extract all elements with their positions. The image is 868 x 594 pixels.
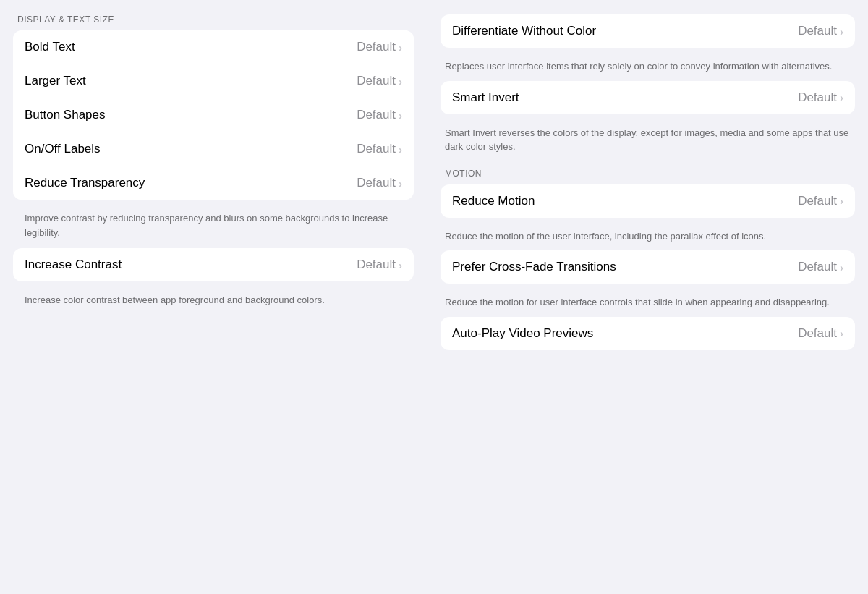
chevron-icon: › (399, 143, 402, 156)
reduce-motion-label: Reduce Motion (452, 194, 535, 208)
reduce-motion-group: Reduce Motion Default › (441, 184, 855, 218)
section-label-motion: MOTION (441, 169, 855, 179)
chevron-icon: › (399, 177, 402, 190)
button-shapes-value: Default (357, 108, 396, 122)
prefer-cross-fade-value: Default (798, 260, 837, 274)
left-panel: DISPLAY & TEXT SIZE Bold Text Default › … (0, 0, 427, 594)
reduce-motion-description: Reduce the motion of the user interface,… (441, 224, 855, 247)
button-shapes-label: Button Shapes (25, 108, 106, 122)
larger-text-value: Default (357, 74, 396, 88)
right-panel: Differentiate Without Color Default › Re… (427, 0, 868, 594)
reduce-transparency-label: Reduce Transparency (25, 176, 145, 190)
smart-invert-item[interactable]: Smart Invert Default › (441, 81, 855, 114)
section-label-display: DISPLAY & TEXT SIZE (13, 14, 414, 25)
prefer-cross-fade-item[interactable]: Prefer Cross-Fade Transitions Default › (441, 250, 855, 284)
prefer-cross-fade-description: Reduce the motion for user interface con… (441, 289, 855, 313)
increase-contrast-description: Increase color contrast between app fore… (13, 287, 414, 316)
smart-invert-label: Smart Invert (452, 90, 519, 105)
chevron-icon: › (399, 75, 402, 88)
chevron-icon: › (840, 195, 843, 207)
reduce-transparency-description: Improve contrast by reducing transparenc… (13, 205, 414, 248)
increase-contrast-group: Increase Contrast Default › (13, 248, 414, 281)
auto-play-value: Default (798, 326, 837, 341)
chevron-icon: › (840, 91, 843, 103)
differentiate-without-color-item[interactable]: Differentiate Without Color Default › (441, 14, 855, 48)
larger-text-item[interactable]: Larger Text Default › (13, 64, 414, 98)
reduce-transparency-item[interactable]: Reduce Transparency Default › (13, 166, 414, 200)
chevron-icon: › (399, 259, 402, 271)
bold-text-value: Default (357, 40, 396, 54)
display-text-size-group: Bold Text Default › Larger Text Default … (13, 30, 414, 200)
larger-text-label: Larger Text (25, 74, 86, 88)
button-shapes-item[interactable]: Button Shapes Default › (13, 98, 414, 132)
smart-invert-group: Smart Invert Default › (441, 81, 855, 114)
increase-contrast-label: Increase Contrast (25, 258, 122, 272)
prefer-cross-fade-group: Prefer Cross-Fade Transitions Default › (441, 250, 855, 284)
smart-invert-value: Default (798, 90, 837, 105)
increase-contrast-value: Default (357, 258, 396, 272)
differentiate-without-color-group: Differentiate Without Color Default › (441, 14, 855, 48)
on-off-labels-value: Default (357, 142, 396, 156)
chevron-icon: › (840, 25, 843, 38)
chevron-icon: › (399, 109, 402, 122)
auto-play-label: Auto-Play Video Previews (452, 326, 593, 341)
chevron-icon: › (399, 41, 402, 54)
reduce-motion-value: Default (798, 194, 837, 208)
reduce-motion-item[interactable]: Reduce Motion Default › (441, 184, 855, 218)
bold-text-item[interactable]: Bold Text Default › (13, 30, 414, 64)
on-off-labels-label: On/Off Labels (25, 142, 101, 156)
chevron-icon: › (840, 327, 843, 339)
chevron-icon: › (840, 261, 843, 273)
auto-play-group: Auto-Play Video Previews Default › (441, 317, 855, 350)
differentiate-without-color-description: Replaces user interface items that rely … (441, 54, 855, 77)
smart-invert-description: Smart Invert reverses the colors of the … (441, 120, 855, 157)
bold-text-label: Bold Text (25, 40, 75, 54)
increase-contrast-item[interactable]: Increase Contrast Default › (13, 248, 414, 281)
differentiate-without-color-value: Default (798, 24, 837, 38)
prefer-cross-fade-label: Prefer Cross-Fade Transitions (452, 260, 616, 274)
auto-play-item[interactable]: Auto-Play Video Previews Default › (441, 317, 855, 350)
differentiate-without-color-label: Differentiate Without Color (452, 24, 596, 38)
reduce-transparency-value: Default (357, 176, 396, 190)
on-off-labels-item[interactable]: On/Off Labels Default › (13, 132, 414, 166)
